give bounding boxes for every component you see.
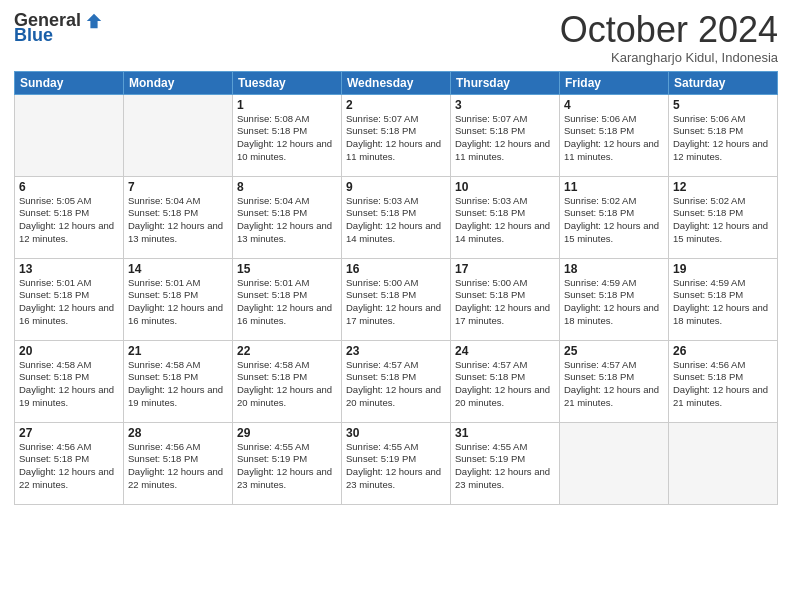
day-number: 3 (455, 98, 555, 112)
calendar-cell: 2Sunrise: 5:07 AM Sunset: 5:18 PM Daylig… (342, 94, 451, 176)
calendar-week-5: 27Sunrise: 4:56 AM Sunset: 5:18 PM Dayli… (15, 422, 778, 504)
day-info: Sunrise: 5:04 AM Sunset: 5:18 PM Dayligh… (128, 195, 228, 246)
day-number: 11 (564, 180, 664, 194)
calendar-cell: 22Sunrise: 4:58 AM Sunset: 5:18 PM Dayli… (233, 340, 342, 422)
day-info: Sunrise: 5:06 AM Sunset: 5:18 PM Dayligh… (564, 113, 664, 164)
calendar-cell: 24Sunrise: 4:57 AM Sunset: 5:18 PM Dayli… (451, 340, 560, 422)
day-header-tuesday: Tuesday (233, 71, 342, 94)
calendar-cell: 25Sunrise: 4:57 AM Sunset: 5:18 PM Dayli… (560, 340, 669, 422)
calendar-cell: 19Sunrise: 4:59 AM Sunset: 5:18 PM Dayli… (669, 258, 778, 340)
calendar-cell: 20Sunrise: 4:58 AM Sunset: 5:18 PM Dayli… (15, 340, 124, 422)
calendar: SundayMondayTuesdayWednesdayThursdayFrid… (14, 71, 778, 505)
day-number: 17 (455, 262, 555, 276)
calendar-cell: 7Sunrise: 5:04 AM Sunset: 5:18 PM Daylig… (124, 176, 233, 258)
calendar-cell: 13Sunrise: 5:01 AM Sunset: 5:18 PM Dayli… (15, 258, 124, 340)
subtitle: Karangharjo Kidul, Indonesia (560, 50, 778, 65)
day-number: 12 (673, 180, 773, 194)
day-header-monday: Monday (124, 71, 233, 94)
day-info: Sunrise: 4:56 AM Sunset: 5:18 PM Dayligh… (19, 441, 119, 492)
svg-marker-0 (87, 13, 101, 27)
calendar-cell: 26Sunrise: 4:56 AM Sunset: 5:18 PM Dayli… (669, 340, 778, 422)
calendar-cell: 11Sunrise: 5:02 AM Sunset: 5:18 PM Dayli… (560, 176, 669, 258)
calendar-cell: 31Sunrise: 4:55 AM Sunset: 5:19 PM Dayli… (451, 422, 560, 504)
day-header-thursday: Thursday (451, 71, 560, 94)
day-number: 6 (19, 180, 119, 194)
day-info: Sunrise: 4:57 AM Sunset: 5:18 PM Dayligh… (564, 359, 664, 410)
calendar-cell: 3Sunrise: 5:07 AM Sunset: 5:18 PM Daylig… (451, 94, 560, 176)
day-number: 30 (346, 426, 446, 440)
page: General Blue October 2024 Karangharjo Ki… (0, 0, 792, 612)
day-info: Sunrise: 5:02 AM Sunset: 5:18 PM Dayligh… (673, 195, 773, 246)
day-number: 13 (19, 262, 119, 276)
day-header-friday: Friday (560, 71, 669, 94)
day-info: Sunrise: 5:01 AM Sunset: 5:18 PM Dayligh… (128, 277, 228, 328)
calendar-cell (15, 94, 124, 176)
day-number: 28 (128, 426, 228, 440)
calendar-cell (560, 422, 669, 504)
day-header-sunday: Sunday (15, 71, 124, 94)
calendar-cell: 23Sunrise: 4:57 AM Sunset: 5:18 PM Dayli… (342, 340, 451, 422)
calendar-cell: 12Sunrise: 5:02 AM Sunset: 5:18 PM Dayli… (669, 176, 778, 258)
calendar-cell: 28Sunrise: 4:56 AM Sunset: 5:18 PM Dayli… (124, 422, 233, 504)
day-number: 2 (346, 98, 446, 112)
calendar-cell: 15Sunrise: 5:01 AM Sunset: 5:18 PM Dayli… (233, 258, 342, 340)
day-header-saturday: Saturday (669, 71, 778, 94)
calendar-cell: 1Sunrise: 5:08 AM Sunset: 5:18 PM Daylig… (233, 94, 342, 176)
calendar-cell (669, 422, 778, 504)
logo-icon (85, 12, 103, 30)
day-info: Sunrise: 4:59 AM Sunset: 5:18 PM Dayligh… (673, 277, 773, 328)
calendar-cell: 16Sunrise: 5:00 AM Sunset: 5:18 PM Dayli… (342, 258, 451, 340)
day-info: Sunrise: 5:02 AM Sunset: 5:18 PM Dayligh… (564, 195, 664, 246)
day-info: Sunrise: 4:56 AM Sunset: 5:18 PM Dayligh… (128, 441, 228, 492)
calendar-cell (124, 94, 233, 176)
day-info: Sunrise: 5:00 AM Sunset: 5:18 PM Dayligh… (455, 277, 555, 328)
day-number: 26 (673, 344, 773, 358)
logo-area: General Blue (14, 10, 103, 46)
day-info: Sunrise: 5:07 AM Sunset: 5:18 PM Dayligh… (455, 113, 555, 164)
day-info: Sunrise: 5:03 AM Sunset: 5:18 PM Dayligh… (455, 195, 555, 246)
day-number: 31 (455, 426, 555, 440)
calendar-cell: 18Sunrise: 4:59 AM Sunset: 5:18 PM Dayli… (560, 258, 669, 340)
calendar-cell: 17Sunrise: 5:00 AM Sunset: 5:18 PM Dayli… (451, 258, 560, 340)
day-info: Sunrise: 4:59 AM Sunset: 5:18 PM Dayligh… (564, 277, 664, 328)
day-number: 18 (564, 262, 664, 276)
day-number: 24 (455, 344, 555, 358)
calendar-week-3: 13Sunrise: 5:01 AM Sunset: 5:18 PM Dayli… (15, 258, 778, 340)
month-title: October 2024 (560, 10, 778, 50)
day-number: 10 (455, 180, 555, 194)
calendar-week-2: 6Sunrise: 5:05 AM Sunset: 5:18 PM Daylig… (15, 176, 778, 258)
calendar-week-4: 20Sunrise: 4:58 AM Sunset: 5:18 PM Dayli… (15, 340, 778, 422)
day-info: Sunrise: 4:58 AM Sunset: 5:18 PM Dayligh… (237, 359, 337, 410)
day-number: 9 (346, 180, 446, 194)
calendar-cell: 4Sunrise: 5:06 AM Sunset: 5:18 PM Daylig… (560, 94, 669, 176)
day-number: 25 (564, 344, 664, 358)
day-number: 21 (128, 344, 228, 358)
calendar-cell: 9Sunrise: 5:03 AM Sunset: 5:18 PM Daylig… (342, 176, 451, 258)
day-info: Sunrise: 4:56 AM Sunset: 5:18 PM Dayligh… (673, 359, 773, 410)
day-info: Sunrise: 4:58 AM Sunset: 5:18 PM Dayligh… (19, 359, 119, 410)
day-number: 29 (237, 426, 337, 440)
day-info: Sunrise: 4:57 AM Sunset: 5:18 PM Dayligh… (346, 359, 446, 410)
calendar-cell: 6Sunrise: 5:05 AM Sunset: 5:18 PM Daylig… (15, 176, 124, 258)
day-info: Sunrise: 4:57 AM Sunset: 5:18 PM Dayligh… (455, 359, 555, 410)
day-header-wednesday: Wednesday (342, 71, 451, 94)
day-number: 16 (346, 262, 446, 276)
day-info: Sunrise: 4:55 AM Sunset: 5:19 PM Dayligh… (237, 441, 337, 492)
day-info: Sunrise: 5:06 AM Sunset: 5:18 PM Dayligh… (673, 113, 773, 164)
calendar-header-row: SundayMondayTuesdayWednesdayThursdayFrid… (15, 71, 778, 94)
calendar-cell: 27Sunrise: 4:56 AM Sunset: 5:18 PM Dayli… (15, 422, 124, 504)
calendar-cell: 30Sunrise: 4:55 AM Sunset: 5:19 PM Dayli… (342, 422, 451, 504)
day-number: 5 (673, 98, 773, 112)
day-number: 22 (237, 344, 337, 358)
day-info: Sunrise: 5:03 AM Sunset: 5:18 PM Dayligh… (346, 195, 446, 246)
calendar-cell: 5Sunrise: 5:06 AM Sunset: 5:18 PM Daylig… (669, 94, 778, 176)
day-info: Sunrise: 5:01 AM Sunset: 5:18 PM Dayligh… (19, 277, 119, 328)
logo-blue: Blue (14, 25, 53, 46)
day-number: 23 (346, 344, 446, 358)
day-info: Sunrise: 5:00 AM Sunset: 5:18 PM Dayligh… (346, 277, 446, 328)
day-number: 1 (237, 98, 337, 112)
day-number: 19 (673, 262, 773, 276)
calendar-cell: 10Sunrise: 5:03 AM Sunset: 5:18 PM Dayli… (451, 176, 560, 258)
day-info: Sunrise: 5:01 AM Sunset: 5:18 PM Dayligh… (237, 277, 337, 328)
day-number: 20 (19, 344, 119, 358)
